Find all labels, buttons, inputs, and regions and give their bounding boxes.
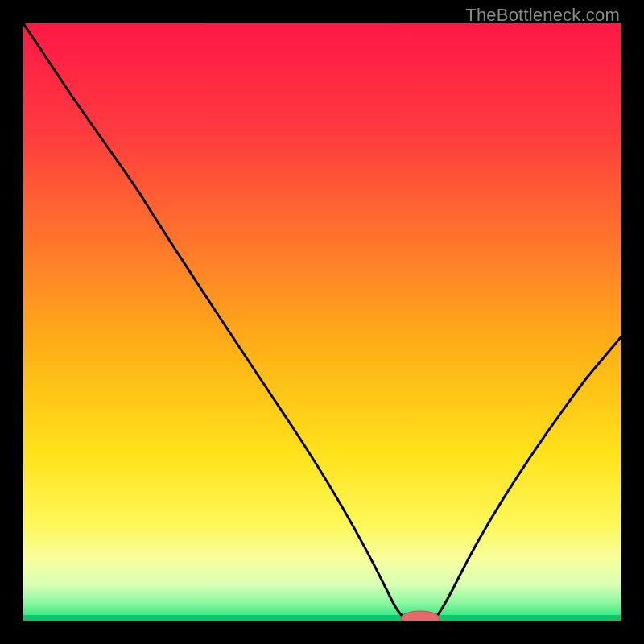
watermark-text: TheBottleneck.com [465,5,620,26]
gradient-background [23,23,621,621]
plot-svg [23,23,621,621]
chart-frame: TheBottleneck.com [0,0,644,644]
baseline-strip [23,615,621,621]
plot-area [23,23,621,621]
